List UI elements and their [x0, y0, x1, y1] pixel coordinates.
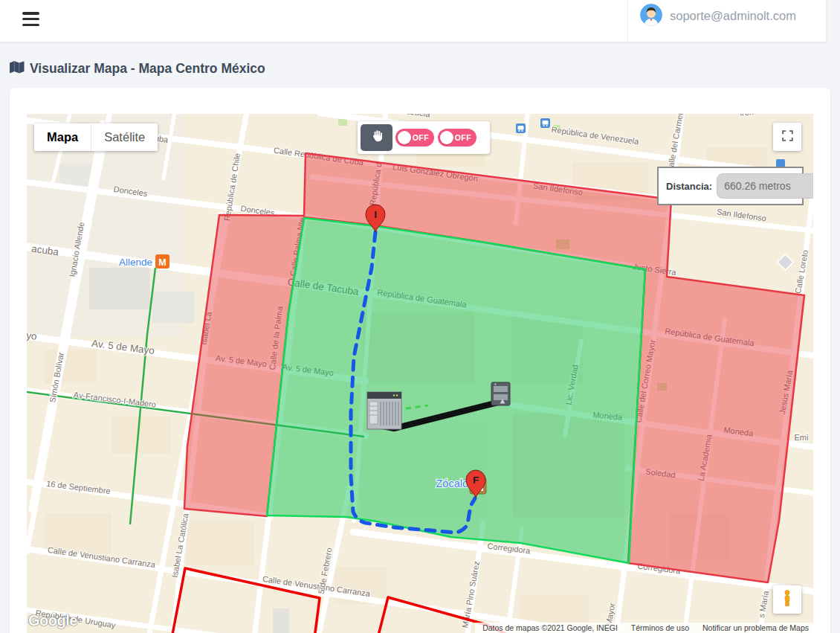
- svg-text:yo: yo: [27, 330, 38, 342]
- map-type-control: Mapa Satélite: [34, 123, 158, 151]
- fullscreen-button[interactable]: [773, 123, 801, 151]
- google-logo[interactable]: Google: [28, 612, 77, 629]
- toggle-switch-2[interactable]: OFF: [438, 129, 476, 147]
- page-title: Visualizar Mapa - Mapa Centro México: [30, 61, 265, 77]
- map-card: de Cuba Calle República de Cuba de Venez…: [10, 88, 830, 633]
- splitter-device-icon[interactable]: [491, 382, 510, 405]
- svg-text:M: M: [158, 257, 166, 268]
- metro-icon[interactable]: M: [155, 254, 169, 269]
- distance-label: Distancia:: [666, 181, 712, 192]
- user-menu[interactable]: soporte@adminolt.com: [627, 0, 827, 42]
- map-attribution: Datos de mapas ©2021 Google, INEGI Térmi…: [475, 623, 813, 633]
- green-zone-polygon: [267, 218, 645, 563]
- bus-icon: [540, 118, 550, 128]
- distance-input[interactable]: [717, 173, 813, 199]
- pegman-button[interactable]: [773, 585, 801, 614]
- top-navbar: soporte@adminolt.com: [0, 0, 827, 42]
- hand-tool-button[interactable]: [361, 124, 392, 151]
- hamburger-icon[interactable]: [22, 12, 40, 30]
- breadcrumb: Visualizar Mapa - Mapa Centro México: [10, 58, 265, 79]
- toggle-knob: [398, 131, 411, 144]
- pegman-icon: [779, 589, 795, 610]
- toggle-label: OFF: [413, 133, 429, 142]
- attribution-data: Datos de mapas ©2021 Google, INEGI: [482, 623, 618, 632]
- map-type-satellite-button[interactable]: Satélite: [91, 123, 158, 151]
- fullscreen-icon: [781, 129, 795, 146]
- svg-text:F: F: [473, 475, 479, 486]
- avatar: [640, 4, 662, 26]
- terms-link[interactable]: Términos de uso: [631, 623, 689, 632]
- toggle-label: OFF: [455, 133, 471, 142]
- svg-text:I: I: [374, 209, 377, 220]
- tools-panel: OFF OFF: [358, 121, 490, 154]
- zocalo-label[interactable]: Zócalo: [436, 478, 468, 489]
- distance-panel: Distancia:: [657, 167, 804, 205]
- map-icon: [10, 61, 25, 77]
- svg-text:Emi: Emi: [795, 433, 809, 442]
- app-window: soporte@adminolt.com Visualizar Mapa - M…: [0, 0, 840, 633]
- bus-icon: [516, 123, 526, 133]
- hand-icon: [369, 129, 384, 147]
- map-canvas[interactable]: de Cuba Calle República de Cuba de Venez…: [27, 114, 813, 633]
- allende-label[interactable]: Allende: [119, 257, 152, 268]
- toggle-knob: [440, 131, 453, 144]
- map-type-map-button[interactable]: Mapa: [34, 123, 91, 151]
- toggle-switch-1[interactable]: OFF: [395, 129, 434, 147]
- olt-device-icon[interactable]: [367, 392, 401, 429]
- report-problem-link[interactable]: Notificar un problema de Maps: [702, 623, 809, 632]
- user-email: soporte@adminolt.com: [670, 9, 796, 23]
